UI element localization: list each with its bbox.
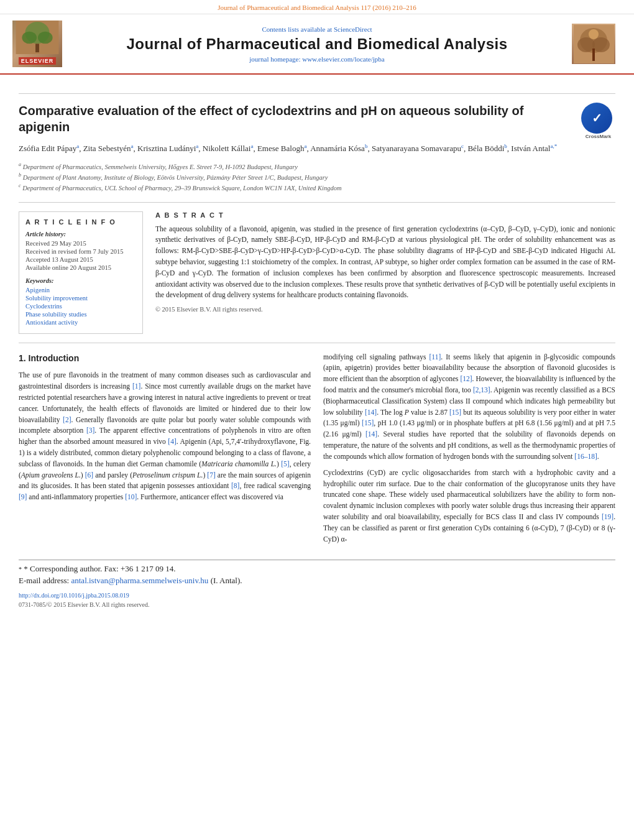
journal-right-logo	[572, 24, 615, 64]
doi-line: http://dx.doi.org/10.1016/j.jpba.2015.08…	[19, 588, 615, 600]
svg-point-3	[38, 32, 53, 44]
copyright-line: © 2015 Elsevier B.V. All rights reserved…	[155, 306, 615, 313]
abstract-title: A B S T R A C T	[155, 211, 615, 219]
body-right-col: modifying cell signaling pathways [11]. …	[323, 352, 615, 550]
elsevier-brand-text: ELSEVIER	[19, 57, 57, 65]
received-date: Received 29 May 2015	[25, 240, 136, 247]
footer-area: * * Corresponding author. Fax: +36 1 217…	[0, 560, 634, 608]
abstract-text: The aqueous solubility of a flavonoid, a…	[155, 224, 615, 302]
affiliation-b: b Department of Plant Anatomy, Institute…	[19, 172, 615, 182]
footnote-block: * * Corresponding author. Fax: +36 1 217…	[19, 560, 615, 586]
sciencedirect-link[interactable]: ScienceDirect	[334, 25, 372, 33]
article-info-title: A R T I C L E I N F O	[25, 218, 136, 226]
affiliations-block: a Department of Pharmaceutics, Semmelwei…	[19, 161, 615, 193]
section1-title: 1. Introduction	[19, 352, 311, 366]
keyword-phase: Phase solubility studies	[25, 311, 136, 318]
svg-rect-4	[35, 44, 39, 52]
keyword-antioxidant: Antioxidant activity	[25, 319, 136, 326]
elsevier-logo: ELSEVIER	[12, 21, 62, 67]
article-history-title: Article history:	[25, 231, 136, 238]
affiliation-c: c Department of Pharmaceutics, UCL Schoo…	[19, 182, 615, 193]
keywords-title: Keywords:	[25, 277, 136, 284]
article-info-abstract: A R T I C L E I N F O Article history: R…	[19, 211, 615, 334]
journal-citation-text: Journal of Pharmaceutical and Biomedical…	[218, 4, 416, 11]
journal-homepage-line: journal homepage: www.elsevier.com/locat…	[68, 55, 566, 63]
body-left-col: 1. Introduction The use of pure flavonoi…	[19, 352, 311, 550]
intro-para-2: modifying cell signaling pathways [11]. …	[323, 352, 615, 463]
keywords-section: Keywords: Apigenin Solubility improvemen…	[25, 277, 136, 326]
authors-line: Zsófia Edit Pápaya, Zita Sebestyéna, Kri…	[19, 142, 615, 155]
crossmark-label: CrossMark	[581, 134, 615, 140]
article-info-box: A R T I C L E I N F O Article history: R…	[19, 211, 143, 334]
main-content: Comparative evaluation of the effect of …	[0, 75, 634, 560]
svg-point-9	[589, 29, 599, 39]
crossmark-badge: ✓ CrossMark	[581, 103, 615, 137]
article-info-column: A R T I C L E I N F O Article history: R…	[19, 211, 143, 334]
intro-para-1: The use of pure flavonoids in the treatm…	[19, 370, 311, 503]
email-line: E-mail address: antal.istvan@pharma.semm…	[19, 576, 615, 586]
svg-point-8	[592, 37, 610, 52]
corresponding-author-note: * * Corresponding author. Fax: +36 1 217…	[19, 564, 615, 574]
doi-link[interactable]: http://dx.doi.org/10.1016/j.jpba.2015.08…	[19, 592, 129, 599]
intro-para-3: Cyclodextrins (CyD) are cyclic oligosacc…	[323, 468, 615, 545]
email-link[interactable]: antal.istvan@pharma.semmelweis-univ.hu	[71, 576, 208, 585]
crossmark-icon: ✓	[581, 103, 612, 134]
svg-point-7	[577, 37, 595, 52]
elsevier-tree-icon	[16, 21, 59, 57]
journal-citation-bar: Journal of Pharmaceutical and Biomedical…	[0, 0, 634, 14]
homepage-link[interactable]: www.elsevier.com/locate/jpba	[302, 55, 384, 63]
sciencedirect-line: Contents lists available at ScienceDirec…	[68, 25, 566, 33]
header-divider	[19, 93, 615, 94]
body-divider	[19, 343, 615, 343]
keyword-apigenin: Apigenin	[25, 287, 136, 293]
body-text: 1. Introduction The use of pure flavonoi…	[19, 352, 615, 550]
accepted-date: Accepted 13 August 2015	[25, 256, 136, 263]
paper-title: Comparative evaluation of the effect of …	[19, 103, 615, 135]
abstract-column: A B S T R A C T The aqueous solubility o…	[155, 211, 615, 334]
available-date: Available online 20 August 2015	[25, 264, 136, 271]
journal-title-block: Contents lists available at ScienceDirec…	[68, 25, 566, 63]
journal-main-title: Journal of Pharmaceutical and Biomedical…	[68, 35, 566, 53]
issn-line: 0731-7085/© 2015 Elsevier B.V. All right…	[19, 600, 615, 608]
affiliations-divider	[19, 202, 615, 203]
journal-header: ELSEVIER Contents lists available at Sci…	[0, 14, 634, 75]
affiliation-a: a Department of Pharmaceutics, Semmelwei…	[19, 161, 615, 172]
revised-date: Received in revised form 7 July 2015	[25, 248, 136, 255]
journal-logo-icon	[574, 25, 614, 63]
keyword-cyclodextrins: Cyclodextrins	[25, 303, 136, 310]
page: Journal of Pharmaceutical and Biomedical…	[0, 0, 634, 840]
keyword-solubility: Solubility improvement	[25, 295, 136, 302]
svg-point-2	[22, 32, 37, 44]
